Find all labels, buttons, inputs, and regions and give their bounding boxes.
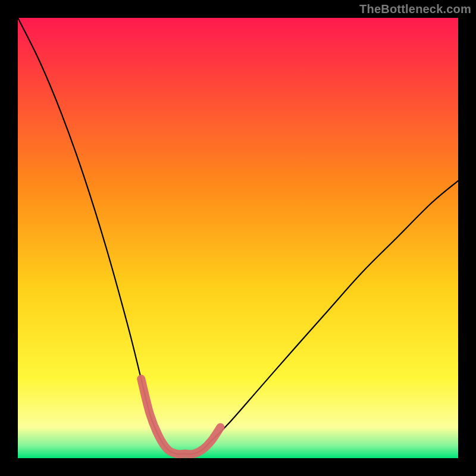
bottleneck-chart — [18, 18, 458, 458]
chart-stage: TheBottleneck.com — [0, 0, 476, 476]
gradient-background — [18, 18, 458, 458]
watermark-text: TheBottleneck.com — [359, 2, 471, 16]
